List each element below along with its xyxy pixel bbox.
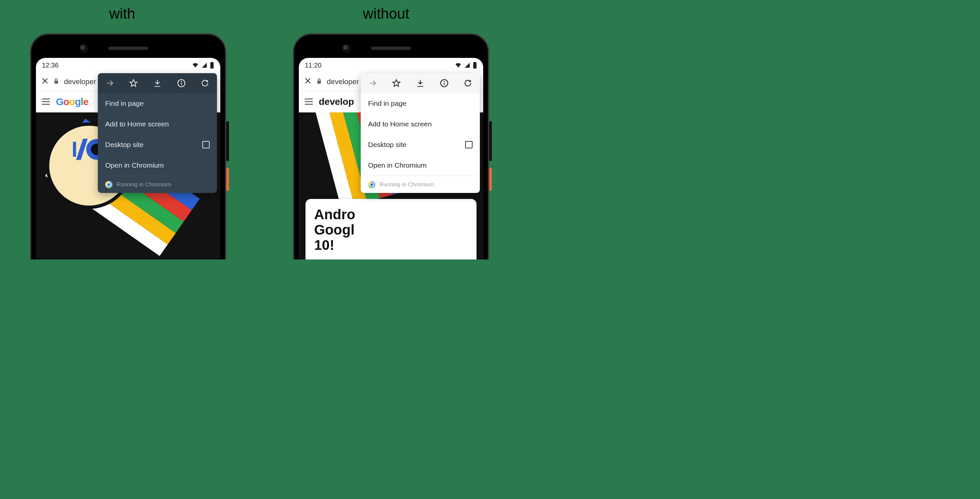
phone-with: 12:36 developer [30, 33, 226, 259]
phone-bezel [299, 39, 483, 58]
cell-signal-icon [464, 62, 471, 68]
overflow-menu-light: Find in page Add to Home screen Desktop … [361, 73, 480, 193]
caption-without: without [363, 5, 409, 22]
power-button [226, 168, 229, 191]
phone-bezel [36, 39, 220, 58]
download-icon[interactable] [412, 75, 428, 91]
wifi-icon [455, 62, 462, 68]
menu-open-in-chromium[interactable]: Open in Chromium [98, 155, 217, 176]
wifi-icon [192, 62, 199, 68]
earpiece-icon [108, 46, 148, 50]
overflow-menu-dark: Find in page Add to Home screen Desktop … [98, 73, 217, 193]
earpiece-icon [371, 46, 411, 50]
info-icon[interactable] [436, 75, 452, 91]
menu-find-in-page[interactable]: Find in page [361, 93, 480, 114]
phone-without: 11:20 developer [293, 33, 489, 259]
volume-button [226, 121, 229, 161]
download-icon[interactable] [150, 75, 165, 91]
bookmark-icon[interactable] [126, 75, 142, 91]
close-icon[interactable] [41, 77, 49, 86]
menu-icon-row [361, 73, 480, 93]
menu-icon[interactable] [305, 99, 313, 105]
developers-logo: develop [319, 97, 354, 107]
svg-rect-5 [444, 83, 444, 85]
forward-icon[interactable] [365, 75, 381, 91]
svg-point-1 [181, 81, 182, 82]
url-host[interactable]: developer [64, 78, 96, 86]
refresh-icon[interactable] [197, 75, 213, 91]
menu-find-in-page[interactable]: Find in page [98, 93, 217, 114]
menu-add-to-home[interactable]: Add to Home screen [98, 114, 217, 134]
lock-icon [53, 78, 59, 86]
google-logo: Google [56, 96, 88, 108]
screen: 12:36 developer [36, 58, 220, 259]
screen: 11:20 developer [299, 58, 483, 259]
caption-with: with [109, 5, 135, 22]
battery-icon [473, 62, 477, 68]
clock: 11:20 [305, 62, 321, 69]
chromium-icon [368, 181, 375, 188]
url-host[interactable]: developer [327, 78, 359, 86]
svg-rect-2 [181, 83, 181, 85]
menu-desktop-site[interactable]: Desktop site [98, 134, 217, 155]
desktop-site-checkbox[interactable] [465, 141, 473, 148]
forward-icon[interactable] [102, 75, 118, 91]
status-bar: 11:20 [299, 58, 483, 73]
chromium-icon [105, 181, 113, 188]
desktop-site-checkbox[interactable] [202, 141, 210, 148]
battery-icon [210, 62, 214, 68]
close-icon[interactable] [304, 77, 312, 86]
volume-button [489, 121, 492, 161]
front-camera-icon [342, 44, 351, 52]
cell-signal-icon [201, 62, 208, 68]
refresh-icon[interactable] [460, 75, 476, 91]
menu-icon-row [98, 73, 217, 93]
menu-footer: Running in Chromium [98, 176, 217, 193]
menu-open-in-chromium[interactable]: Open in Chromium [361, 155, 480, 176]
hero-card: Andro Googl 10! Get a sneak peek of the … [305, 199, 477, 259]
hero-title: Andro Googl 10! [314, 207, 468, 253]
status-bar: 12:36 [36, 58, 220, 73]
info-icon[interactable] [173, 75, 189, 91]
clock: 12:36 [42, 62, 59, 69]
menu-footer: Running in Chromium [361, 176, 480, 193]
svg-point-4 [444, 81, 445, 82]
power-button [489, 168, 492, 191]
front-camera-icon [79, 44, 88, 52]
menu-icon[interactable] [42, 99, 50, 105]
bookmark-icon[interactable] [388, 75, 404, 91]
lock-icon [316, 78, 322, 86]
menu-add-to-home[interactable]: Add to Home screen [361, 114, 480, 134]
menu-desktop-site[interactable]: Desktop site [361, 134, 480, 155]
